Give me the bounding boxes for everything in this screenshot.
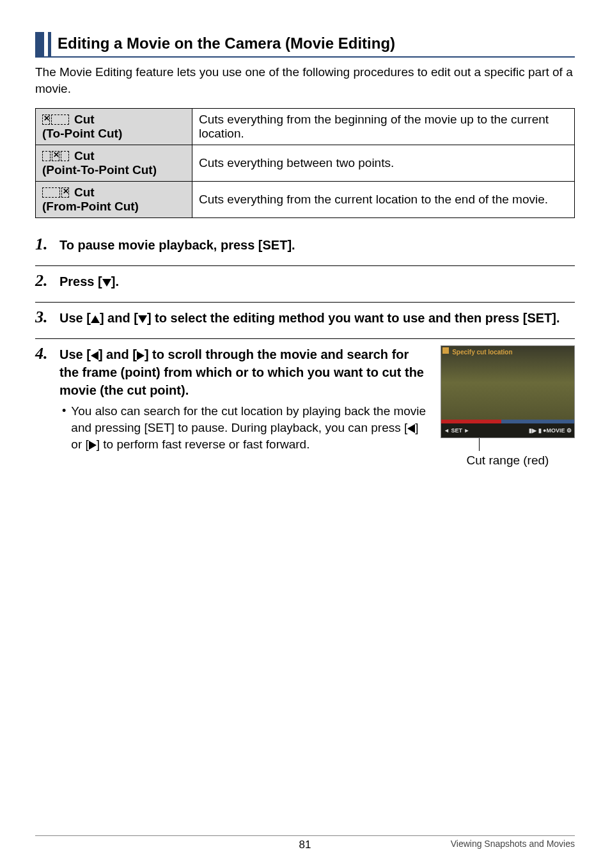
table-row: Cut (Point-To-Point Cut) Cuts everything…: [36, 145, 575, 182]
page-number: 81: [299, 839, 311, 851]
cut-desc: Cuts everything between two points.: [192, 145, 575, 182]
text-mid: ] and [: [100, 311, 138, 325]
text-prefix: Use [: [59, 347, 91, 361]
bullet-prefix: You also can search for the cut location…: [71, 404, 426, 434]
film-point-to-point-icon: [42, 151, 70, 161]
right-controls: ▮▶ ▮ ●MOVIE ⚙: [529, 427, 572, 435]
step-3: 3. Use [] and [] to select the editing m…: [35, 302, 575, 338]
text-mid: ] and [: [98, 347, 137, 361]
right-arrow-icon: [137, 351, 145, 360]
cut-desc: Cuts everything from the current locatio…: [192, 182, 575, 218]
left-arrow-icon: [407, 424, 415, 433]
cut-sub: (Point-To-Point Cut): [42, 163, 185, 177]
bullet-suffix: ] to perform fast reverse or fast forwar…: [97, 438, 310, 451]
cut-word: Cut: [74, 185, 95, 200]
cut-label-cell: Cut (To-Point Cut): [36, 109, 192, 145]
cut-methods-table: Cut (To-Point Cut) Cuts everything from …: [35, 108, 575, 218]
step-body: To pause movie playback, press [SET].: [59, 236, 575, 254]
right-arrow-icon: [89, 441, 97, 450]
thumbnail-controls: ◄ SET ► ▮▶ ▮ ●MOVIE ⚙: [441, 423, 574, 438]
step-1: 1. To pause movie playback, press [SET].: [35, 236, 575, 265]
step-4: 4. Use [] and [] to scroll through the m…: [35, 338, 575, 480]
pointer-line: [479, 438, 480, 451]
text-suffix: ] to select the editing method you want …: [147, 311, 560, 325]
step-number: 1.: [35, 236, 53, 253]
thumbnail-box: Specify cut location ◄ SET ► ▮▶ ▮ ●MOVIE…: [441, 345, 575, 469]
bullet-icon: •: [62, 403, 66, 419]
intro-text: The Movie Editing feature lets you use o…: [35, 64, 575, 97]
down-arrow-icon: [102, 279, 111, 287]
section-title: Editing a Movie on the Camera (Movie Edi…: [58, 32, 395, 56]
down-arrow-icon: [138, 315, 147, 323]
thumbnail-banner: Specify cut location: [442, 347, 515, 358]
text-prefix: Use [: [59, 311, 91, 325]
step-body: Use [] and [] to select the editing meth…: [59, 309, 575, 327]
bullet-text: You also can search for the cut location…: [71, 403, 429, 452]
cut-desc: Cuts everything from the beginning of th…: [192, 109, 575, 145]
cut-sub: (From-Point Cut): [42, 200, 185, 214]
section-header: Editing a Movie on the Camera (Movie Edi…: [35, 32, 575, 58]
left-arrow-icon: [91, 351, 98, 360]
thumbnail-caption: Cut range (red): [441, 452, 575, 469]
step-2: 2. Press [].: [35, 265, 575, 302]
text-suffix: ].: [111, 274, 119, 288]
cut-label-cell: Cut (From-Point Cut): [36, 182, 192, 218]
cut-label-cell: Cut (Point-To-Point Cut): [36, 145, 192, 182]
movie-preview-thumbnail: Specify cut location ◄ SET ► ▮▶ ▮ ●MOVIE…: [441, 345, 575, 438]
cut-sub: (To-Point Cut): [42, 127, 185, 141]
step-body: Use [] and [] to scroll through the movi…: [59, 345, 575, 469]
step-number: 2.: [35, 272, 53, 289]
left-controls: ◄ SET ►: [444, 427, 469, 435]
film-to-point-icon: [42, 114, 70, 125]
header-bar-thin: [48, 32, 51, 56]
up-arrow-icon: [91, 315, 100, 323]
film-from-point-icon: [42, 187, 70, 198]
table-row: Cut (To-Point Cut) Cuts everything from …: [36, 109, 575, 145]
cut-word: Cut: [74, 113, 95, 127]
step-number: 4.: [35, 345, 53, 362]
text-prefix: Press [: [59, 274, 102, 288]
cut-word: Cut: [74, 149, 95, 163]
header-bar-thick: [35, 32, 44, 56]
footer-section-name: Viewing Snapshots and Movies: [451, 839, 575, 849]
page-footer: 81 Viewing Snapshots and Movies: [35, 835, 575, 849]
table-row: Cut (From-Point Cut) Cuts everything fro…: [36, 182, 575, 218]
step-number: 3.: [35, 309, 53, 326]
step-body: Press [].: [59, 272, 575, 290]
